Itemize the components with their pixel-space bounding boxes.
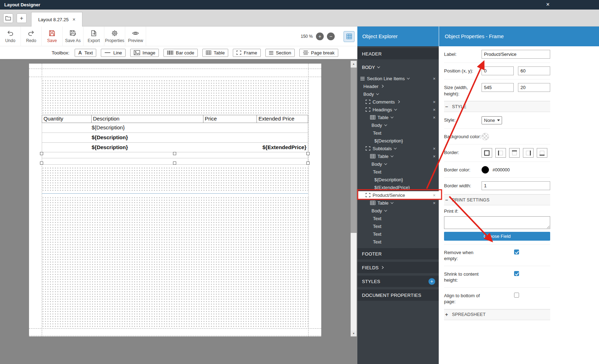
size-height-input[interactable] (518, 83, 550, 92)
close-icon[interactable]: × (433, 99, 436, 105)
toolbox-table-tool[interactable]: Table (202, 49, 228, 57)
selection-handle[interactable] (306, 152, 310, 155)
canvas-scrollbar[interactable]: ▲ ▼ (351, 61, 357, 336)
toolbox-image-tool[interactable]: Image (130, 49, 159, 57)
close-icon[interactable]: × (433, 193, 436, 198)
undo-button[interactable]: Undo (0, 27, 21, 46)
tree-item-body[interactable]: Body (357, 160, 439, 168)
close-icon[interactable]: × (433, 76, 436, 81)
position-y-input[interactable] (518, 66, 550, 75)
selection-handle[interactable] (40, 152, 43, 155)
toolbox-section-tool[interactable]: Section (265, 49, 295, 57)
close-icon[interactable]: × (433, 146, 436, 151)
tree-item-table[interactable]: Table× (357, 152, 439, 160)
preview-button[interactable]: Preview (125, 27, 146, 46)
design-canvas[interactable]: QuantityDescriptionPriceExtended Price $… (0, 59, 357, 364)
redo-button[interactable]: Redo (21, 27, 42, 46)
tree-item-description[interactable]: ${Description} (357, 176, 439, 183)
close-icon[interactable]: × (433, 115, 436, 120)
toolbox-line-tool[interactable]: Line (101, 49, 126, 57)
tree-item-text[interactable]: Text (357, 168, 439, 176)
tree-item-text[interactable]: Text (357, 215, 439, 222)
selection-handle[interactable] (306, 162, 310, 165)
canvas-column-header-quantity[interactable]: Quantity (42, 115, 92, 123)
choose-field-button[interactable]: Choose Field (444, 232, 550, 241)
section-separator-line[interactable] (42, 193, 308, 194)
position-x-input[interactable] (482, 66, 514, 75)
scroll-up-button[interactable]: ▲ (351, 61, 357, 67)
description-field[interactable]: ${Description} (42, 124, 125, 130)
border-color-swatch[interactable] (482, 166, 489, 174)
page[interactable]: QuantityDescriptionPriceExtended Price $… (29, 64, 321, 336)
tree-item-product-service[interactable]: Product/Service× (357, 191, 439, 199)
canvas-table-row[interactable]: ${Description} (42, 123, 308, 133)
tree-item-body[interactable]: Body (357, 121, 439, 129)
spreadsheet-section-header[interactable]: + SPREADSHEET (444, 309, 550, 320)
section-document-properties[interactable]: DOCUMENT PROPERTIES (357, 289, 439, 301)
canvas-column-header-description[interactable]: Description (92, 115, 203, 123)
tree-item-body[interactable]: Body (357, 90, 439, 98)
border-width-input[interactable] (482, 181, 550, 190)
tree-item-text[interactable]: Text (357, 238, 439, 246)
remove-when-empty-checkbox[interactable] (514, 249, 519, 254)
toolbox-page-break-tool[interactable]: Page break (299, 49, 338, 57)
description-field[interactable]: ${Description} (42, 134, 128, 140)
tree-item-description[interactable]: ${Description} (357, 137, 439, 145)
tree-item-header[interactable]: Header (357, 82, 439, 90)
tab-layout[interactable]: Layout 8.27.25 × (31, 12, 82, 27)
canvas-table-header-row[interactable]: QuantityDescriptionPriceExtended Price (42, 115, 308, 123)
selection-handle[interactable] (173, 152, 176, 155)
save-button[interactable]: Save (42, 27, 63, 46)
canvas-column-header-price[interactable]: Price (203, 115, 257, 123)
canvas-table-row[interactable]: ${Description} ${ExtendedPrice} (42, 143, 308, 152)
description-field[interactable]: ${Description} (42, 144, 128, 150)
close-icon[interactable]: × (433, 107, 436, 112)
align-to-bottom-checkbox[interactable] (514, 293, 519, 298)
window-close-icon[interactable]: ✕ (546, 2, 550, 7)
tree-item-headings[interactable]: Headings× (357, 106, 439, 113)
tree-item-extendedprice[interactable]: ${ExtendedPrice} (357, 183, 439, 191)
section-fields[interactable]: FIELDS (357, 262, 439, 273)
tree-item-body[interactable]: Body (357, 207, 439, 215)
close-icon[interactable]: × (433, 200, 436, 206)
tree-item-text[interactable]: Text (357, 129, 439, 137)
tree-item-section-line-items[interactable]: Section Line Items× (357, 75, 439, 82)
section-styles[interactable]: STYLES + (357, 276, 439, 287)
style-section-header[interactable]: − STYLE (444, 101, 550, 112)
tree-item-comments[interactable]: Comments× (357, 98, 439, 106)
extended-price-field[interactable]: ${ExtendedPrice} (263, 143, 306, 152)
properties-button[interactable]: Properties (104, 27, 125, 46)
border-left-button[interactable] (495, 148, 506, 158)
background-color-swatch[interactable] (482, 133, 489, 140)
canvas-column-header-extended-price[interactable]: Extended Price (257, 115, 308, 123)
add-style-button[interactable]: + (428, 278, 435, 285)
toolbox-bar-code-tool[interactable]: Bar code (163, 49, 198, 57)
selection-handle[interactable] (40, 162, 43, 165)
tree-item-text[interactable]: Text (357, 230, 439, 238)
grid-toggle-button[interactable] (344, 31, 355, 42)
border-bottom-button[interactable] (537, 148, 547, 158)
scrollbar-thumb[interactable] (351, 67, 357, 233)
tree-item-table[interactable]: Table× (357, 113, 439, 121)
section-header[interactable]: HEADER (357, 48, 439, 59)
section-footer[interactable]: FOOTER (357, 248, 439, 259)
new-tab-button[interactable]: + (17, 13, 27, 23)
tree-item-subtotals[interactable]: Subtotals× (357, 145, 439, 152)
shrink-to-content-checkbox[interactable] (514, 271, 519, 276)
toolbox-text-tool[interactable]: AText (75, 49, 96, 57)
export-button[interactable]: Export (83, 27, 104, 46)
zoom-out-button[interactable]: − (327, 33, 335, 40)
selection-handle[interactable] (173, 162, 176, 165)
canvas-table-row[interactable]: ${Description} (42, 133, 308, 143)
border-top-button[interactable] (509, 148, 520, 158)
border-right-button[interactable] (523, 148, 534, 158)
print-if-textarea[interactable] (444, 216, 550, 229)
scroll-down-button[interactable]: ▼ (351, 330, 357, 336)
style-select[interactable]: None (482, 116, 502, 124)
size-width-input[interactable] (482, 83, 514, 92)
toolbox-frame-tool[interactable]: Frame (233, 49, 261, 57)
close-icon[interactable]: × (433, 154, 436, 159)
save-as-button[interactable]: Save As (63, 27, 83, 46)
print-settings-section-header[interactable]: − PRINT SETTINGS (444, 194, 550, 205)
section-body[interactable]: BODY (357, 63, 439, 71)
